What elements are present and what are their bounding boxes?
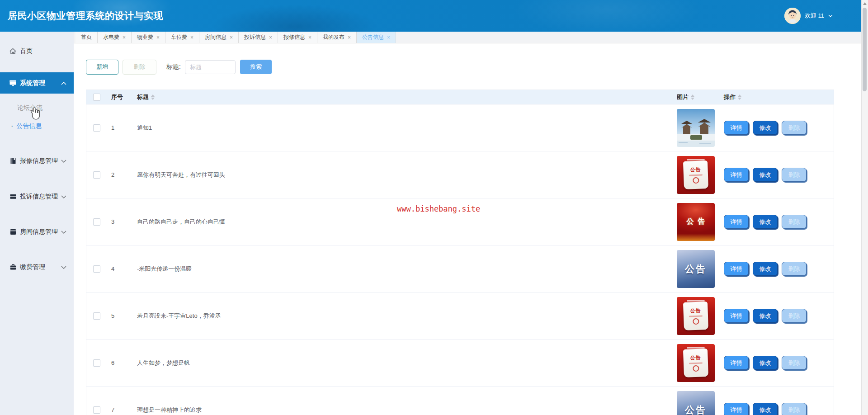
complaint-icon	[9, 193, 17, 201]
sort-icon[interactable]	[151, 94, 155, 100]
delete-button[interactable]: 删除	[782, 309, 807, 323]
sidebar-item-2[interactable]: 系统管理	[0, 72, 74, 94]
scrollbar-thumb[interactable]	[863, 8, 867, 91]
detail-button[interactable]: 详情	[724, 215, 749, 229]
edit-button[interactable]: 修改	[753, 356, 778, 370]
column-header-actions[interactable]: 操作	[719, 93, 834, 101]
main-area: 首页水电费×物业费×车位费×房间信息×投诉信息×报修信息×我的发布×公告信息× …	[74, 32, 868, 415]
red-gongao-poster[interactable]: 公告	[677, 203, 715, 241]
snow-temple-photo[interactable]	[677, 109, 715, 147]
tab-close-icon[interactable]: ×	[308, 35, 311, 40]
page-scrollbar[interactable]	[861, 0, 868, 415]
table-header-row: 序号 标题 图片 操作	[86, 90, 834, 104]
column-header-image[interactable]: 图片	[673, 93, 719, 101]
blue-gongao-poster[interactable]: 公告	[677, 250, 715, 288]
sidebar-item-7[interactable]: 房间信息管理	[0, 221, 74, 243]
edit-button[interactable]: 修改	[753, 215, 778, 229]
search-input[interactable]	[185, 60, 236, 74]
row-title: 愿你有明天可奔赴，有过往可回头	[137, 171, 225, 178]
row-checkbox[interactable]	[93, 265, 100, 273]
tab-close-icon[interactable]: ×	[387, 35, 390, 40]
tab-label: 报修信息	[283, 33, 305, 41]
tab-close-icon[interactable]: ×	[269, 35, 272, 40]
select-all-checkbox[interactable]	[93, 94, 100, 101]
red-paper-poster[interactable]: 公告	[677, 297, 715, 335]
detail-button[interactable]: 详情	[724, 356, 749, 370]
column-header-title[interactable]: 标题	[133, 93, 673, 101]
row-checkbox[interactable]	[93, 124, 100, 132]
delete-button[interactable]: 删除	[782, 168, 807, 182]
delete-button[interactable]: 删除	[782, 403, 807, 415]
red-paper-poster[interactable]: 公告	[677, 344, 715, 382]
row-index: 3	[111, 218, 114, 225]
column-header-index: 序号	[107, 93, 133, 101]
table-body: 1 通知1 详情 修改 删除 2 愿你有明天可奔赴，有过往可回头 公告 详情 修…	[86, 104, 834, 415]
row-checkbox[interactable]	[93, 406, 100, 414]
edit-button[interactable]: 修改	[753, 262, 778, 276]
row-checkbox[interactable]	[93, 359, 100, 367]
row-title: -米阳光传递一份温暖	[137, 265, 192, 272]
tab-label: 首页	[81, 33, 92, 41]
row-checkbox[interactable]	[93, 312, 100, 320]
chevron-down-icon	[828, 14, 833, 18]
tab-close-icon[interactable]: ×	[230, 35, 233, 40]
red-paper-poster[interactable]: 公告	[677, 156, 715, 194]
system-icon	[9, 79, 17, 87]
welcome-text: 欢迎 11	[805, 12, 824, 20]
sidebar-item-1[interactable]: 首页	[0, 40, 74, 62]
tab-报修信息[interactable]: 报修信息×	[278, 32, 317, 43]
tab-label: 公告信息	[362, 33, 384, 41]
payment-icon	[9, 264, 17, 271]
delete-button[interactable]: 删除	[782, 356, 807, 370]
row-title: 人生如梦，梦想是帆	[137, 359, 190, 366]
table-row: 4 -米阳光传递一份温暖 公告 详情 修改 删除	[86, 245, 834, 292]
tab-close-icon[interactable]: ×	[123, 35, 126, 40]
edit-button[interactable]: 修改	[753, 168, 778, 182]
tab-close-icon[interactable]: ×	[348, 35, 351, 40]
sort-icon[interactable]	[738, 94, 741, 100]
sidebar-item-5[interactable]: 报修信息管理	[0, 150, 74, 172]
tab-投诉信息[interactable]: 投诉信息×	[239, 32, 278, 43]
user-menu[interactable]: 欢迎 11	[784, 0, 833, 32]
chevron-down-icon	[61, 193, 66, 200]
tab-close-icon[interactable]: ×	[156, 35, 160, 40]
tab-我的发布[interactable]: 我的发布×	[317, 32, 357, 43]
edit-button[interactable]: 修改	[753, 403, 778, 415]
detail-button[interactable]: 详情	[724, 403, 749, 415]
sidebar-item-6[interactable]: 投诉信息管理	[0, 185, 74, 208]
add-button[interactable]: 新增	[86, 60, 118, 75]
blue-gongao-poster[interactable]: 公告	[677, 391, 715, 415]
search-field-label: 标题:	[166, 63, 181, 71]
tab-首页[interactable]: 首页	[75, 32, 98, 43]
detail-button[interactable]: 详情	[724, 168, 749, 182]
tab-物业费[interactable]: 物业费×	[132, 32, 165, 43]
edit-button[interactable]: 修改	[753, 121, 778, 135]
scrollbar-up-arrow-icon[interactable]	[863, 2, 867, 5]
row-checkbox[interactable]	[93, 218, 100, 226]
active-bullet-icon: ·	[11, 123, 13, 130]
delete-button[interactable]: 删除	[782, 215, 807, 229]
sort-icon[interactable]	[691, 94, 694, 100]
tab-close-icon[interactable]: ×	[190, 35, 193, 40]
tab-公告信息[interactable]: 公告信息×	[357, 32, 396, 43]
tab-房间信息[interactable]: 房间信息×	[199, 32, 239, 43]
room-icon	[9, 228, 17, 236]
sidebar-item-8[interactable]: 缴费管理	[0, 256, 74, 278]
detail-button[interactable]: 详情	[724, 121, 749, 135]
search-button[interactable]: 搜索	[240, 60, 272, 74]
tab-水电费[interactable]: 水电费×	[98, 32, 132, 43]
tab-label: 房间信息	[205, 33, 226, 41]
tab-车位费[interactable]: 车位费×	[165, 32, 199, 43]
delete-button[interactable]: 删除	[782, 262, 807, 276]
watermark-text: www.bishebang.site	[397, 204, 480, 213]
table-row: 1 通知1 详情 修改 删除	[86, 104, 834, 151]
detail-button[interactable]: 详情	[724, 309, 749, 323]
batch-delete-button[interactable]: 删除	[123, 60, 156, 75]
row-checkbox[interactable]	[93, 171, 100, 179]
row-index: 4	[111, 265, 114, 272]
detail-button[interactable]: 详情	[724, 262, 749, 276]
delete-button[interactable]: 删除	[782, 121, 807, 135]
row-index: 6	[111, 359, 114, 366]
row-title: 若月亮没来-王宇宙Leto，乔浚丞	[137, 312, 221, 319]
edit-button[interactable]: 修改	[753, 309, 778, 323]
